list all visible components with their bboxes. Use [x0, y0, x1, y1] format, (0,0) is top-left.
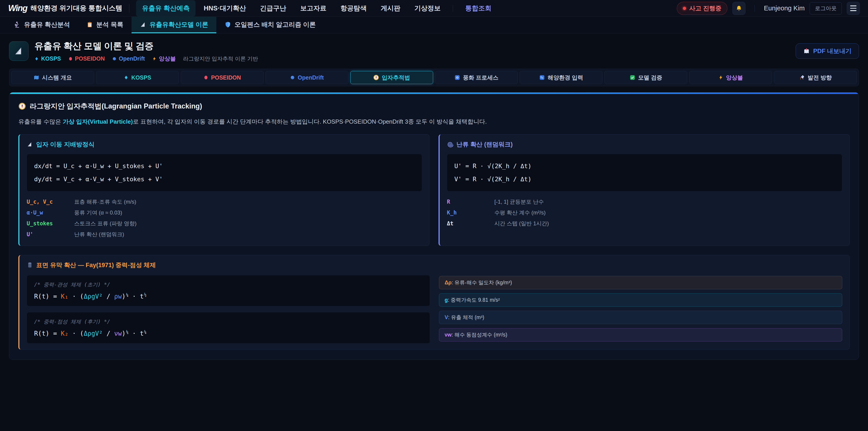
- param-symbol: νw: [445, 332, 452, 338]
- app-logo: Wing: [8, 3, 27, 13]
- turbulence-legend: R [-1, 1] 균등분포 난수 K_h 수평 확산 계수 (m²/s) Δt…: [447, 196, 842, 229]
- bell-icon: [736, 5, 742, 12]
- section-nav-opendrift[interactable]: OpenDrift: [266, 71, 348, 84]
- param-desc: : 유출 체적 (m³): [448, 314, 484, 321]
- badge-ensemble: 앙상블: [152, 55, 176, 62]
- section-nav-kosps[interactable]: KOSPS: [96, 71, 179, 84]
- fay-formula: R(t) = K₂ · (ΔρgV² / νw)⅙ · t¼: [34, 330, 423, 337]
- section-nav-poseidon[interactable]: POSEIDON: [181, 71, 264, 84]
- nav-item-emergency-rescue[interactable]: 긴급구난: [254, 0, 292, 17]
- check-icon: [629, 74, 636, 81]
- section-nav-weathering-process[interactable]: 풍화 프로세스: [435, 71, 518, 84]
- nav-item-board[interactable]: 게시판: [375, 0, 406, 17]
- code-line: dy/dt = V_c + α·V_w + V_stokes + V': [34, 173, 414, 186]
- section-title: 라그랑지안 입자추적법(Lagrangian Particle Tracking…: [30, 101, 202, 111]
- fay-formula: R(t) = K₁ · (ΔρgV² / ρw)¼ · t½: [34, 293, 423, 300]
- section-nav-model-validation[interactable]: 모델 검증: [604, 71, 687, 84]
- triangle-ruler-icon: [13, 46, 24, 56]
- param-pill-kinematic-viscosity: νw : 해수 동점성계수 (m²/s): [439, 328, 842, 341]
- badge-poseidon: POSEIDON: [68, 55, 105, 62]
- book-export-icon: [803, 48, 810, 55]
- turbulence-diffusion-card: 난류 확산 (랜덤워크) U' = R · √(2K_h / Δt) V' = …: [438, 134, 850, 246]
- nav-item-aerial-search[interactable]: 항공탐색: [335, 0, 373, 17]
- section-nav-particle-tracking[interactable]: 입자추적법: [350, 71, 433, 84]
- tab-diffusion-model-theory[interactable]: 유출유확산모델 이론: [131, 17, 217, 33]
- param-symbol: V: [445, 314, 448, 320]
- legend-row: U_c, V_c 표층 해류·조류 속도 (m/s): [27, 196, 422, 207]
- section-nav-future-direction[interactable]: 발전 방향: [774, 71, 857, 84]
- hamburger-icon: [850, 5, 857, 6]
- tab-oil-spill-analysis[interactable]: 유출유 확산분석: [5, 17, 78, 33]
- card-title-row: 표면 유막 확산 — Fay(1971) 중력-점성 체제: [27, 261, 842, 269]
- card-title: 표면 유막 확산 — Fay(1971) 중력-점성 체제: [36, 261, 156, 269]
- nav-item-weather-info[interactable]: 기상정보: [408, 0, 446, 17]
- legend-row: U_stokes 스토크스 표류 (파랑 영향): [27, 218, 422, 229]
- fay-gravity-inertia-block: /* 중력-관성 체제 (초기) */ R(t) = K₁ · (ΔρgV² /…: [27, 275, 430, 306]
- param-pill-density-difference: Δρ : 유류-해수 밀도차 (kg/m³): [439, 276, 842, 289]
- lightning-icon: [718, 75, 723, 80]
- legend-term: K_h: [447, 210, 494, 216]
- legend-desc: 풍류 기여 (α ≈ 0.03): [74, 209, 122, 216]
- legend-row: α·U_w 풍류 기여 (α ≈ 0.03): [27, 207, 422, 218]
- tab-label: 유출유확산모델 이론: [150, 20, 209, 29]
- section-nav-system-overview[interactable]: 시스템 개요: [11, 71, 94, 84]
- code-comment: /* 중력-점성 체제 (후기) */: [34, 318, 423, 325]
- nav-item-integrated-search[interactable]: 통합조회: [459, 0, 497, 17]
- lagrangian-section-panel: 라그랑지안 입자추적법(Lagrangian Particle Tracking…: [9, 92, 859, 360]
- fay-parameters-column: Δρ : 유류-해수 밀도차 (kg/m³) g : 중력가속도 9.81 m/…: [439, 275, 842, 343]
- governing-equation-card: 입자 이동 지배방정식 dx/dt = U_c + α·U_w + U_stok…: [18, 134, 430, 246]
- formula-cards-row: 입자 이동 지배방정식 dx/dt = U_c + α·U_w + U_stok…: [18, 134, 850, 246]
- legend-row: Δt 시간 스텝 (일반 1시간): [447, 218, 842, 229]
- tab-label: 유출유 확산분석: [24, 20, 70, 29]
- incident-status-badge: 사고 진행중: [677, 2, 727, 15]
- section-nav-marine-environment-input[interactable]: 해양환경 입력: [520, 71, 602, 84]
- code-comment: /* 중력-관성 체제 (초기) */: [34, 281, 423, 288]
- tab-analysis-list[interactable]: 분석 목록: [78, 17, 131, 33]
- brand: Wing 해양환경 위기대응 통합시스템: [8, 3, 122, 13]
- code-line: V' = R · √(2K_h / Δt): [454, 173, 835, 186]
- blue-circle-icon: [112, 56, 117, 61]
- section-nav-ensemble[interactable]: 앙상블: [689, 71, 772, 84]
- card-title: 입자 이동 지배방정식: [36, 140, 94, 149]
- refresh-icon: [454, 74, 460, 81]
- pdf-export-button[interactable]: PDF 내보내기: [796, 43, 859, 59]
- secondary-tab-bar: 유출유 확산분석 분석 목록 유출유확산모델 이론 오일펜스 배치 알고리즘 이…: [0, 17, 868, 33]
- card-title-row: 입자 이동 지배방정식: [27, 140, 422, 149]
- triangle-ruler-icon: [140, 21, 147, 28]
- fay-formula-column: /* 중력-관성 체제 (초기) */ R(t) = K₁ · (ΔρgV² /…: [27, 275, 430, 343]
- status-dot-icon: [683, 7, 686, 10]
- legend-row: R [-1, 1] 균등분포 난수: [447, 196, 842, 207]
- section-navigation: 시스템 개요 KOSPS POSEIDON OpenDrift 입자추적법 풍화…: [9, 69, 859, 86]
- fay-gravity-viscous-block: /* 중력-점성 체제 (후기) */ R(t) = K₂ · (ΔρgV² /…: [27, 312, 430, 343]
- app-title: 해양환경 위기대응 통합시스템: [31, 4, 123, 13]
- param-desc: : 해수 동점성계수 (m²/s): [452, 331, 507, 338]
- nav-item-oil-spill-prediction[interactable]: 유출유 확산예측: [136, 0, 195, 17]
- cyclone-icon: [447, 141, 453, 148]
- tab-oil-fence-algorithm-theory[interactable]: 오일펜스 배치 알고리즘 이론: [216, 17, 324, 33]
- legend-desc: 난류 확산 (랜덤워크): [74, 231, 124, 238]
- diamond-icon: [34, 56, 39, 61]
- legend-desc: 시간 스텝 (일반 1시간): [494, 220, 549, 227]
- nav-item-hns-air-diffusion[interactable]: HNS·대기확산: [198, 0, 252, 17]
- legend-term: R: [447, 199, 494, 205]
- notification-button[interactable]: [733, 2, 745, 15]
- page-subtitle: 라그랑지안 입자추적 이론 기반: [183, 55, 258, 62]
- legend-desc: 스토크스 표류 (파랑 영향): [74, 220, 136, 227]
- section-description: 유출유를 수많은 가상 입자(Virtual Particle)로 표현하여, …: [18, 117, 850, 126]
- fay-content-grid: /* 중력-관성 체제 (초기) */ R(t) = K₁ · (ΔρgV² /…: [27, 275, 842, 343]
- param-desc: : 중력가속도 9.81 m/s²: [448, 297, 500, 304]
- legend-desc: 수평 확산 계수 (m²/s): [494, 209, 546, 216]
- logout-button[interactable]: 로그아웃: [810, 2, 842, 14]
- nav-item-reports[interactable]: 보고자료: [294, 0, 332, 17]
- legend-row: K_h 수평 확산 계수 (m²/s): [447, 207, 842, 218]
- page-title: 유출유 확산 모델 이론 및 검증: [34, 40, 258, 52]
- badge-opendrift: OpenDrift: [112, 55, 145, 62]
- legend-term: U_stokes: [27, 220, 74, 227]
- rocket-icon: [799, 74, 805, 81]
- card-title: 난류 확산 (랜덤워크): [456, 140, 513, 149]
- hamburger-menu-button[interactable]: [847, 2, 860, 15]
- badge-kosps: KOSPS: [34, 55, 61, 62]
- param-symbol: g: [445, 297, 448, 303]
- blue-circle-icon: [290, 75, 295, 80]
- param-pill-gravity: g : 중력가속도 9.81 m/s²: [439, 294, 842, 307]
